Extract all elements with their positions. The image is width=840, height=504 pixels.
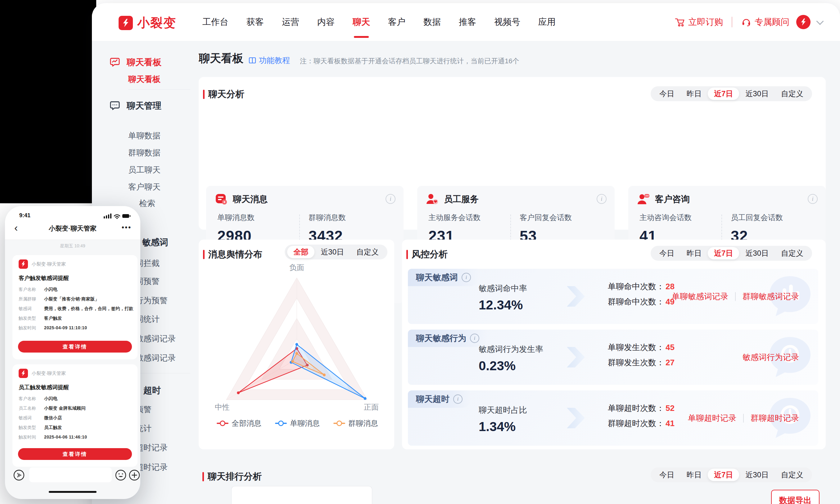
sender-logo-icon (19, 369, 28, 378)
sidebar-item-customer-chat[interactable]: 客户聊天 (128, 182, 160, 193)
phone-input-bar (5, 467, 140, 485)
info-icon[interactable]: i (597, 194, 607, 204)
filter-custom[interactable]: 自定义 (775, 88, 809, 100)
sidebar-item-chat-search[interactable]: 检索 (139, 198, 155, 209)
tab-customer[interactable]: 客户 (388, 16, 406, 28)
sidebar-item-sensitive-word-group[interactable]: 敏感词 (142, 236, 168, 248)
filter-30d[interactable]: 近30日 (739, 88, 775, 100)
info-icon[interactable]: i (453, 394, 463, 404)
voice-icon[interactable] (13, 469, 25, 481)
page-note: 注：聊天看板数据基于开通会话存档员工聊天进行统计，当前已开通16个 (300, 56, 519, 66)
legend-marker (334, 423, 345, 424)
message-fields: 客户名称小闪电 所属群聊小裂变「推客分销·商家版」 敏感词费用，收费，价格，合作… (19, 287, 134, 335)
sidebar-item-chat-dashboard-group[interactable]: 聊天看板 (109, 56, 161, 68)
tab-video[interactable]: 视频号 (494, 16, 520, 28)
phone-message-card-customer: 小裂变·聊天管家 客户触发敏感词提醒 客户名称小闪电 所属群聊小裂变「推客分销·… (13, 255, 138, 359)
axis-label-negative: 负面 (289, 263, 304, 272)
page-title: 聊天看板 (199, 51, 243, 66)
tab-acquisition[interactable]: 获客 (247, 16, 264, 28)
sidebar-item-chat-manage-group[interactable]: 聊天管理 (109, 100, 161, 112)
filter-today[interactable]: 今日 (653, 88, 680, 100)
single-chat-sensitive-record-link[interactable]: 单聊敏感词记录 (672, 291, 728, 302)
link-divider (743, 414, 744, 422)
risk-metric: 聊天超时占比 1.34% (479, 405, 527, 434)
sidebar-divider (128, 89, 190, 90)
sidebar-item-group-chat-data[interactable]: 群聊数据 (128, 147, 160, 158)
nav-divider (732, 17, 732, 27)
sidebar-item-chat-dashboard[interactable]: 聊天看板 (128, 74, 160, 85)
tutorial-link[interactable]: 功能教程 (248, 55, 290, 66)
phone-text-input[interactable] (29, 467, 112, 482)
user-avatar[interactable] (796, 15, 810, 29)
ranking-date-filter: 今日 昨日 近7日 近30日 自定义 (651, 467, 812, 482)
sidebar-item-sensitive-record-1[interactable]: 敏感词记录 (135, 333, 176, 344)
info-icon[interactable]: i (386, 194, 395, 204)
group-chat-timeout-record-link[interactable]: 群聊超时记录 (751, 413, 799, 424)
app-logo[interactable]: 小裂变 (119, 14, 176, 31)
sidebar-item-timeout-group[interactable]: 超时 (143, 384, 161, 396)
sidebar-item-single-chat-data[interactable]: 单聊数据 (128, 130, 160, 141)
data-export-button[interactable]: 数据导出 (771, 490, 820, 504)
tab-promoter[interactable]: 推客 (459, 16, 476, 28)
filter-7d[interactable]: 近7日 (708, 88, 739, 100)
sensitive-behavior-record-link[interactable]: 敏感词行为记录 (743, 352, 799, 363)
filter-yesterday[interactable]: 昨日 (680, 88, 708, 100)
filter-today[interactable]: 今日 (653, 469, 680, 481)
section-accent-bar (202, 472, 204, 481)
filter-7d[interactable]: 近7日 (708, 469, 739, 481)
view-details-button[interactable]: 查看详情 (18, 448, 132, 460)
filter-30d[interactable]: 近30日 (739, 247, 775, 259)
filter-yesterday[interactable]: 昨日 (680, 469, 708, 481)
chat-message-icon (215, 193, 228, 206)
info-icon[interactable]: i (462, 273, 471, 282)
filter-30d[interactable]: 近30日 (739, 469, 775, 481)
risk-row-sensitive-behavior: 聊天敏感行为i 敏感词行为发生率 0.23% 单聊发生次数：45 群聊发生次数：… (408, 329, 818, 385)
risk-title: 风控分析 (406, 248, 448, 261)
group-chat-sensitive-record-link[interactable]: 群聊敏感词记录 (743, 291, 799, 302)
sidebar-item-sensitive-record-2[interactable]: 敏感词记录 (135, 353, 176, 363)
info-icon[interactable]: i (808, 194, 818, 204)
navbar-right-cluster: 立即订购 专属顾问 (675, 3, 823, 41)
filter-today[interactable]: 今日 (653, 247, 680, 259)
phone-nav-title: 小裂变·聊天管家 (5, 224, 140, 233)
sender-name: 小裂变·聊天管家 (32, 371, 66, 376)
chat-analysis-date-filter: 今日 昨日 近7日 近30日 自定义 (651, 86, 812, 101)
order-now-button[interactable]: 立即订购 (675, 16, 723, 28)
cart-icon (675, 17, 685, 27)
tab-workbench[interactable]: 工作台 (202, 16, 229, 28)
filter-custom[interactable]: 自定义 (775, 469, 809, 481)
tab-apps[interactable]: 应用 (538, 16, 556, 28)
risk-counts: 单聊超时次数：52 群聊超时次数：41 (608, 403, 675, 433)
view-details-button[interactable]: 查看详情 (18, 341, 132, 353)
arrow-right-icon (567, 347, 585, 367)
single-chat-timeout-record-link[interactable]: 单聊超时记录 (688, 413, 736, 424)
ranking-title: 聊天排行分析 (202, 470, 262, 483)
axis-label-neutral: 中性 (215, 402, 230, 412)
filter-yesterday[interactable]: 昨日 (680, 247, 708, 259)
chevron-down-icon[interactable] (816, 17, 824, 25)
phone-status-time: 9:41 (19, 212, 31, 219)
advisor-button[interactable]: 专属顾问 (741, 16, 789, 28)
home-indicator[interactable] (49, 491, 96, 493)
legend-item-single[interactable]: 单聊消息 (275, 418, 320, 428)
risk-metric: 敏感词命中率 12.34% (479, 283, 527, 312)
filter-7d[interactable]: 近7日 (708, 247, 739, 259)
tab-content[interactable]: 内容 (317, 16, 335, 28)
sender-name: 小裂变·聊天管家 (32, 261, 66, 267)
risk-row-sensitive-word: 聊天敏感词i 敏感词命中率 12.34% 单聊命中次数：28 群聊命中次数：49… (408, 269, 818, 324)
emoji-icon[interactable] (115, 469, 127, 481)
tab-data[interactable]: 数据 (424, 16, 441, 28)
info-icon[interactable]: i (470, 334, 479, 343)
legend-item-all[interactable]: 全部消息 (217, 418, 261, 428)
plus-icon[interactable] (128, 469, 140, 481)
sidebar-item-employee-chat[interactable]: 员工聊天 (128, 164, 160, 175)
legend-item-group[interactable]: 群聊消息 (334, 418, 378, 428)
tab-operation[interactable]: 运营 (282, 16, 299, 28)
phone-message-card-employee: 小裂变·聊天管家 员工触发敏感词提醒 客户名称小闪电 员工名称小裂变 金牌私域顾… (13, 364, 138, 467)
book-icon (248, 56, 256, 65)
more-dots-icon[interactable]: ••• (122, 223, 131, 232)
risk-badge: 聊天超时i (408, 391, 470, 408)
filter-custom[interactable]: 自定义 (775, 247, 809, 259)
phone-header: 9:41 ‹ 小裂变·聊天管家 ••• (5, 206, 140, 240)
tab-chat[interactable]: 聊天 (353, 16, 370, 28)
